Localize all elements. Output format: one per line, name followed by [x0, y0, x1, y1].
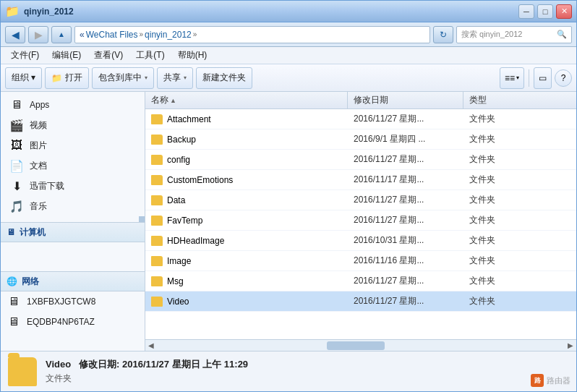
- sidebar-network2-label: EQDBP4NP6TAZ: [27, 317, 95, 327]
- share-button[interactable]: 共享 ▾: [157, 67, 193, 89]
- menu-tools[interactable]: 工具(T): [130, 48, 170, 63]
- new-folder-button[interactable]: 新建文件夹: [196, 67, 252, 89]
- view-toggle-button[interactable]: ≡≡ ▾: [500, 67, 524, 89]
- file-type-cell: 文件夹: [463, 255, 576, 267]
- file-type-cell: 文件夹: [463, 194, 576, 206]
- file-date-cell: 2016/10/31 星期...: [348, 234, 463, 247]
- file-name-cell: HDHeadImage: [145, 236, 348, 246]
- table-row[interactable]: Attachment 2016/11/27 星期... 文件夹: [145, 109, 576, 129]
- sidebar-item-video[interactable]: 🎬 视频: [1, 115, 145, 135]
- close-button[interactable]: ✕: [556, 4, 572, 19]
- pane-button[interactable]: ▭: [534, 67, 552, 89]
- sidebar-item-pictures[interactable]: 🖼 图片: [1, 135, 145, 155]
- computer-section-icon: 🖥: [7, 227, 15, 237]
- breadcrumb-sep1: »: [140, 30, 144, 38]
- breadcrumb-sep2: »: [193, 30, 197, 38]
- sidebar-item-xunlei[interactable]: ⬇ 迅雷下载: [1, 176, 145, 196]
- column-header-date[interactable]: 修改日期: [348, 92, 463, 108]
- sidebar-item-network1[interactable]: 🖥 1XBFBXJGTCW8: [1, 291, 145, 312]
- file-name-cell: CustomEmotions: [145, 175, 348, 185]
- help-button[interactable]: ?: [555, 69, 572, 87]
- file-type-cell: 文件夹: [463, 214, 576, 226]
- folder-icon: [151, 297, 163, 307]
- file-name-cell: Backup: [145, 135, 348, 145]
- toolbar: 组织 ▾ 📁 打开 包含到库中 ▾ 共享 ▾ 新建文件夹 ≡≡ ▾ ▭ ?: [1, 64, 576, 92]
- title-bar-controls: ─ □ ✕: [518, 4, 572, 19]
- network1-icon: 🖥: [7, 295, 21, 308]
- minimize-button[interactable]: ─: [518, 4, 534, 19]
- video-folder-icon: 🎬: [9, 119, 24, 132]
- file-name-text: Msg: [167, 276, 184, 286]
- file-name-text: config: [167, 155, 190, 165]
- table-row[interactable]: Data 2016/11/27 星期... 文件夹: [145, 190, 576, 210]
- organize-label: 组织 ▾: [12, 72, 35, 84]
- sidebar-item-music[interactable]: 🎵 音乐: [1, 196, 145, 216]
- new-folder-label: 新建文件夹: [202, 72, 246, 84]
- folder-icon: [151, 135, 163, 145]
- breadcrumb[interactable]: « WeChat Files » qinyin_2012 »: [74, 26, 430, 43]
- col-date-label: 修改日期: [354, 94, 388, 106]
- file-date-cell: 2016/11/17 星期...: [348, 174, 463, 186]
- table-row[interactable]: CustomEmotions 2016/11/17 星期... 文件夹: [145, 170, 576, 190]
- address-bar: ◀ ▶ ▲ « WeChat Files » qinyin_2012 » ↻ 搜…: [1, 22, 576, 47]
- sidebar-item-documents[interactable]: 📄 文档: [1, 155, 145, 176]
- forward-button[interactable]: ▶: [28, 26, 48, 43]
- file-date-cell: 2016/11/16 星期...: [348, 255, 463, 267]
- column-header-type[interactable]: 类型: [463, 92, 576, 108]
- table-row[interactable]: FavTemp 2016/11/27 星期... 文件夹: [145, 210, 576, 231]
- search-bar[interactable]: 搜索 qinyin_2012 🔍: [456, 26, 572, 43]
- sidebar-item-network2[interactable]: 🖥 EQDBP4NP6TAZ: [1, 312, 145, 332]
- file-name-cell: Msg: [145, 276, 348, 286]
- network-section-icon: 🌐: [7, 276, 17, 286]
- table-row[interactable]: config 2016/11/27 星期... 文件夹: [145, 150, 576, 170]
- search-icon: 🔍: [557, 30, 567, 39]
- table-row[interactable]: Video 2016/11/27 星期... 文件夹: [145, 291, 576, 312]
- view-arrow-icon: ▾: [516, 74, 519, 81]
- column-header-name[interactable]: 名称 ▲: [145, 92, 348, 108]
- table-row[interactable]: Backup 2016/9/1 星期四 ... 文件夹: [145, 129, 576, 150]
- include-button[interactable]: 包含到库中 ▾: [92, 67, 154, 89]
- h-scroll-thumb[interactable]: [327, 341, 385, 350]
- folder-icon: [151, 256, 163, 266]
- organize-button[interactable]: 组织 ▾: [5, 67, 42, 89]
- status-file-type: 文件夹: [46, 372, 248, 385]
- open-label: 打开: [65, 72, 82, 84]
- open-button[interactable]: 📁 打开: [45, 67, 89, 89]
- title-bar: 📁 qinyin_2012 ─ □ ✕: [1, 1, 576, 22]
- folder-icon: [151, 114, 163, 124]
- file-type-cell: 文件夹: [463, 174, 576, 186]
- refresh-button[interactable]: ↻: [433, 26, 453, 43]
- file-date-cell: 2016/11/27 星期...: [348, 113, 463, 125]
- window-title: qinyin_2012: [24, 7, 74, 17]
- menu-edit[interactable]: 编辑(E): [46, 48, 87, 63]
- file-date-cell: 2016/11/27 星期...: [348, 275, 463, 287]
- breadcrumb-folder[interactable]: qinyin_2012: [145, 30, 192, 40]
- table-row[interactable]: HDHeadImage 2016/10/31 星期... 文件夹: [145, 231, 576, 251]
- sidebar-item-apps[interactable]: 🖥 Apps: [1, 95, 145, 115]
- h-scroll-left-arrow[interactable]: ◀: [147, 341, 155, 349]
- file-name-cell: Image: [145, 256, 348, 266]
- folder-icon: [151, 155, 163, 165]
- h-scroll-right-arrow[interactable]: ▶: [566, 341, 575, 349]
- breadcrumb-wechat[interactable]: WeChat Files: [86, 30, 138, 40]
- network2-icon: 🖥: [7, 315, 21, 328]
- table-row[interactable]: Msg 2016/11/27 星期... 文件夹: [145, 271, 576, 291]
- file-name-text: Image: [167, 256, 191, 266]
- sidebar-network-label: 网络: [22, 276, 39, 288]
- music-icon: 🎵: [9, 200, 24, 213]
- up-button[interactable]: ▲: [51, 26, 72, 43]
- menu-file[interactable]: 文件(F): [5, 48, 45, 63]
- menu-view[interactable]: 查看(V): [88, 48, 129, 63]
- col-name-label: 名称: [151, 94, 168, 106]
- menu-help[interactable]: 帮助(H): [172, 48, 213, 63]
- sidebar-item-video-label: 视频: [30, 119, 47, 132]
- watermark-icon: 路: [531, 374, 544, 387]
- sidebar-section-network[interactable]: 🌐 网络: [1, 271, 145, 291]
- sidebar-item-music-label: 音乐: [30, 200, 47, 213]
- sidebar-section-computer[interactable]: 🖥 计算机: [1, 222, 145, 242]
- maximize-button[interactable]: □: [537, 4, 553, 19]
- table-row[interactable]: Image 2016/11/16 星期... 文件夹: [145, 251, 576, 271]
- horizontal-scrollbar[interactable]: ◀ ▶: [145, 339, 576, 351]
- title-bar-left: 📁 qinyin_2012: [5, 4, 74, 18]
- back-button[interactable]: ◀: [5, 26, 25, 43]
